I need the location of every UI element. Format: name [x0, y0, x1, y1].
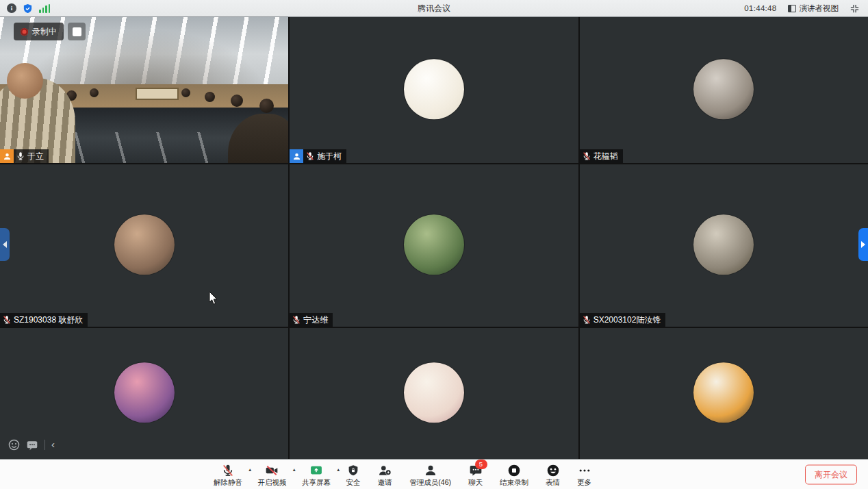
toolbar-button-invite-person[interactable]: 邀请 [377, 463, 392, 486]
participant-tile[interactable]: 花韫韬 [580, 17, 868, 163]
participant-avatar [693, 362, 754, 423]
participant-nameplate: SX2003102陆汝锋 [580, 313, 666, 327]
mic-muted-icon [305, 151, 315, 161]
mic-muted-icon [582, 151, 591, 161]
toolbar-button-stop-record[interactable]: 结束录制 [500, 463, 528, 486]
participant-tile[interactable] [290, 328, 578, 459]
participant-name: SX2003102陆汝锋 [593, 314, 661, 326]
info-icon[interactable]: i [7, 3, 16, 13]
toolbar-button-label: 共享屏幕 [302, 479, 331, 486]
toolbar-button-members[interactable]: 管理成员(46) [409, 463, 451, 486]
recording-indicator: 录制中 [14, 23, 86, 40]
toolbar-button-label: 安全 [346, 479, 360, 486]
toolbar-button-label: 解除静音 [214, 479, 242, 486]
participant-nameplate: SZ1903038 耿舒欣 [0, 313, 88, 327]
security-shield-icon [347, 463, 359, 477]
page-right-arrow[interactable] [858, 228, 868, 261]
toolbar-button-label: 聊天 [468, 479, 483, 486]
recording-badge: 录制中 [14, 23, 64, 40]
mic-muted-icon [2, 315, 12, 325]
record-dot-icon [21, 28, 28, 36]
toolbar-button-more-dots[interactable]: 更多 [577, 463, 591, 486]
share-screen-icon [309, 463, 323, 477]
toolbar-button-label: 表情 [546, 479, 560, 486]
toolbar-button-label: 更多 [577, 479, 591, 486]
toolbar-button-chat[interactable]: 5聊天 [468, 463, 483, 486]
caret-up-icon[interactable]: ▲ [248, 467, 252, 472]
speaker-view-layout-icon [788, 5, 796, 12]
participant-name: 宁达维 [303, 314, 328, 326]
chat-unread-badge: 5 [475, 460, 487, 469]
mic-on-icon [16, 151, 25, 161]
caption-bubble-icon[interactable] [26, 440, 38, 451]
participant-nameplate: 于立 [0, 149, 49, 163]
toolbar-button-security-shield[interactable]: 安全 [346, 463, 360, 486]
participant-nameplate: 宁达维 [290, 313, 333, 327]
video-grid: 录制中于立施于柯花韫韬SZ1903038 耿舒欣宁达维SX2003102陆汝锋 [0, 17, 868, 459]
participant-avatar [114, 362, 175, 423]
leave-meeting-button[interactable]: 离开会议 [805, 464, 857, 484]
toolbar-button-share-screen[interactable]: 共享屏幕 [302, 463, 331, 486]
participant-name: 于立 [27, 151, 44, 162]
recording-badge-label: 录制中 [32, 26, 57, 38]
toolbar-button-label: 管理成员(46) [409, 479, 451, 486]
participant-nameplate: 施于柯 [290, 149, 346, 163]
security-shield-blue-icon[interactable] [23, 3, 33, 14]
bottom-toolbar: 解除静音▲开启视频▲共享屏幕▲安全邀请管理成员(46)5聊天结束录制表情更多 离… [0, 459, 868, 489]
network-signal-icon [39, 4, 50, 13]
participant-avatar [404, 214, 464, 275]
participant-tile[interactable]: SZ1903038 耿舒欣 [0, 164, 288, 327]
participant-name: 施于柯 [317, 151, 342, 162]
participant-avatar [693, 214, 754, 275]
toolbar-button-reactions-smiley[interactable]: 表情 [546, 463, 560, 486]
mic-muted-icon [221, 463, 235, 477]
window-titlebar: i 腾讯会议 01:44:48 演讲者视图 [0, 0, 868, 17]
stop-recording-square-button[interactable] [68, 23, 86, 40]
participant-tile[interactable] [580, 328, 868, 459]
participant-avatar [404, 59, 464, 119]
reactions-smiley-icon [546, 463, 560, 477]
role-badge-person-icon [290, 149, 303, 163]
page-right-arrow-icon [861, 241, 865, 248]
exit-fullscreen-icon[interactable] [850, 3, 860, 14]
participant-nameplate: 花韫韬 [580, 149, 623, 163]
chat-icon: 5 [469, 463, 483, 477]
mic-muted-icon [292, 315, 301, 325]
toolbar-items: 解除静音▲开启视频▲共享屏幕▲安全邀请管理成员(46)5聊天结束录制表情更多 [214, 460, 591, 489]
toolbar-button-label: 结束录制 [500, 479, 528, 486]
caret-up-icon[interactable]: ▲ [336, 467, 340, 472]
collapse-chevron-icon[interactable]: ‹ [51, 439, 55, 449]
mic-muted-icon [582, 315, 591, 325]
participant-avatar [114, 214, 175, 275]
stop-square-icon [73, 27, 81, 36]
speaker-view-label: 演讲者视图 [800, 3, 839, 14]
more-dots-icon [578, 463, 591, 477]
participant-tile[interactable]: 录制中于立 [0, 17, 288, 163]
stop-record-icon [507, 463, 521, 477]
toolbar-button-camera-off[interactable]: 开启视频 [257, 463, 286, 486]
corner-quick-controls: ‹ [8, 439, 55, 451]
page-left-arrow[interactable] [0, 228, 10, 261]
meeting-timer: 01:44:48 [744, 4, 776, 12]
corner-divider [44, 440, 45, 450]
invite-person-icon [377, 463, 392, 477]
speaker-view-button[interactable]: 演讲者视图 [788, 3, 839, 14]
emoji-reaction-icon[interactable] [8, 439, 20, 451]
participant-avatar [693, 59, 754, 119]
toolbar-button-mic-muted[interactable]: 解除静音 [214, 463, 242, 486]
participant-name: 花韫韬 [593, 151, 618, 162]
participant-name: SZ1903038 耿舒欣 [14, 314, 83, 326]
members-icon [424, 463, 437, 477]
toolbar-button-label: 邀请 [378, 479, 392, 486]
camera-off-icon [264, 463, 279, 477]
participant-avatar [404, 362, 464, 423]
participant-tile[interactable]: SX2003102陆汝锋 [580, 164, 868, 327]
role-badge-person-icon [0, 149, 14, 163]
participant-tile[interactable]: 施于柯 [290, 17, 578, 163]
page-left-arrow-icon [3, 241, 7, 248]
caret-up-icon[interactable]: ▲ [292, 467, 296, 472]
app-title: 腾讯会议 [418, 3, 450, 14]
participant-tile[interactable]: 宁达维 [290, 164, 578, 327]
toolbar-button-label: 开启视频 [257, 479, 286, 486]
